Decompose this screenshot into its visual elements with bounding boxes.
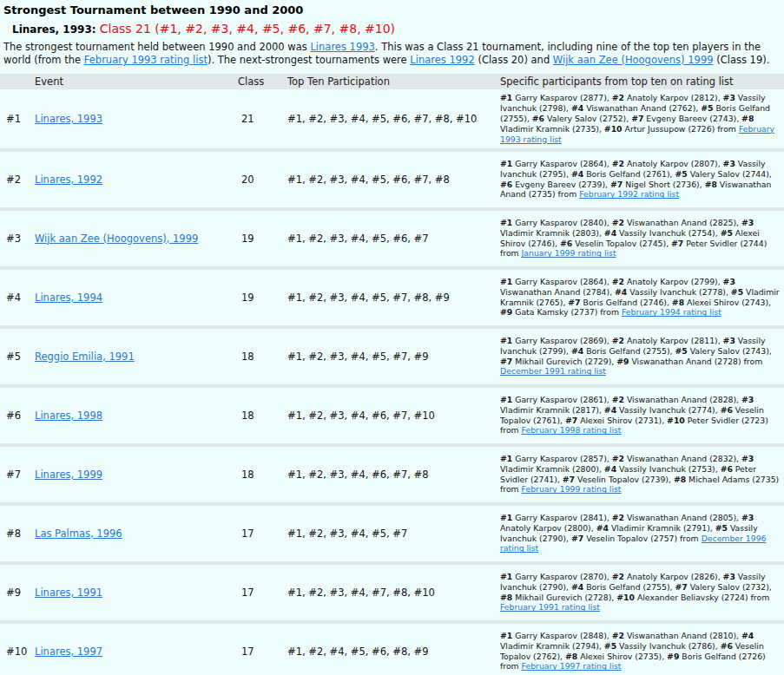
event-cell: Linares, 1994 bbox=[35, 268, 238, 327]
rank-cell: #10 bbox=[0, 622, 35, 675]
class-cell: 17 bbox=[238, 563, 287, 622]
rating-list-link[interactable]: December 1991 rating list bbox=[500, 366, 606, 376]
event-cell: Linares, 1997 bbox=[35, 622, 238, 675]
participation-cell: #1, #2, #3, #4, #5, #6, #7, #8 bbox=[287, 150, 500, 209]
intro-text: (Class 20) and bbox=[475, 54, 553, 66]
page-title: Strongest Tournament between 1990 and 20… bbox=[3, 3, 784, 16]
event-cell: Linares, 1992 bbox=[35, 150, 238, 209]
event-link[interactable]: Las Palmas, 1996 bbox=[35, 528, 122, 540]
rating-list-link[interactable]: February 1997 rating list bbox=[522, 661, 622, 671]
participation-cell: #1, #2, #3, #4, #6, #7, #10 bbox=[287, 386, 500, 445]
participants-cell: #1 Garry Kasparov (2841), #2 Viswanathan… bbox=[500, 504, 784, 563]
class-cell: 18 bbox=[238, 327, 287, 386]
header-specific-participants: Specific participants from top ten on ra… bbox=[500, 74, 784, 89]
table-row: #6 Linares, 1998 18 #1, #2, #3, #4, #6, … bbox=[0, 386, 784, 445]
intro-text: The strongest tournament held between 19… bbox=[3, 41, 310, 53]
rating-list-link[interactable]: February 1994 rating list bbox=[622, 307, 721, 317]
class-cell: 18 bbox=[238, 386, 287, 445]
intro-text: ). The next-strongest tournaments were bbox=[208, 54, 410, 66]
event-link[interactable]: Linares, 1998 bbox=[35, 410, 102, 422]
table-row: #3 Wijk aan Zee (Hoogovens), 1999 19 #1,… bbox=[0, 209, 784, 268]
table-row: #2 Linares, 1992 20 #1, #2, #3, #4, #5, … bbox=[0, 150, 784, 209]
class-cell: 17 bbox=[238, 622, 287, 675]
class-cell: 20 bbox=[238, 150, 287, 209]
participants-cell: #1 Garry Kasparov (2877), #2 Anatoly Kar… bbox=[500, 89, 784, 150]
event-link[interactable]: Linares, 1992 bbox=[35, 174, 102, 186]
rank-cell: #4 bbox=[0, 268, 35, 327]
participants-text: #1 Garry Kasparov (2870), #2 Anatoly Kar… bbox=[500, 572, 772, 602]
header-event: Event bbox=[35, 74, 238, 89]
header-rank bbox=[0, 74, 35, 89]
subtitle-event-name: Linares, 1993: bbox=[12, 23, 100, 36]
intro-paragraph: The strongest tournament held between 19… bbox=[3, 41, 781, 67]
class-cell: 17 bbox=[238, 504, 287, 563]
class-cell: 21 bbox=[238, 89, 287, 150]
rating-list-link[interactable]: February 1991 rating list bbox=[500, 602, 600, 612]
event-cell: Linares, 1991 bbox=[35, 563, 238, 622]
event-link[interactable]: Linares, 1999 bbox=[35, 469, 102, 481]
event-cell: Las Palmas, 1996 bbox=[35, 504, 238, 563]
rank-cell: #2 bbox=[0, 150, 35, 209]
participants-cell: #1 Garry Kasparov (2840), #2 Viswanathan… bbox=[500, 209, 784, 268]
page: Strongest Tournament between 1990 and 20… bbox=[0, 0, 784, 675]
rank-cell: #9 bbox=[0, 563, 35, 622]
event-cell: Linares, 1993 bbox=[35, 89, 238, 150]
table-row: #8 Las Palmas, 1996 17 #1, #2, #3, #4, #… bbox=[0, 504, 784, 563]
participants-cell: #1 Garry Kasparov (2870), #2 Anatoly Kar… bbox=[500, 563, 784, 622]
subtitle-class-annotation: Class 21 (#1, #2, #3, #4, #5, #6, #7, #8… bbox=[100, 22, 395, 36]
participants-text: #1 Garry Kasparov (2877), #2 Anatoly Kar… bbox=[500, 93, 770, 134]
rank-cell: #8 bbox=[0, 504, 35, 563]
rank-cell: #6 bbox=[0, 386, 35, 445]
event-link[interactable]: Linares, 1997 bbox=[35, 646, 102, 658]
table-row: #9 Linares, 1991 17 #1, #2, #3, #4, #7, … bbox=[0, 563, 784, 622]
rating-list-link[interactable]: February 1998 rating list bbox=[522, 425, 622, 435]
participation-cell: #1, #2, #4, #5, #6, #8, #9 bbox=[287, 622, 500, 675]
participation-cell: #1, #2, #3, #4, #5, #7, #8, #9 bbox=[287, 268, 500, 327]
participants-cell: #1 Garry Kasparov (2864), #2 Anatoly Kar… bbox=[500, 150, 784, 209]
rating-list-link[interactable]: January 1999 rating list bbox=[522, 248, 616, 258]
table-row: #5 Reggio Emilia, 1991 18 #1, #2, #3, #4… bbox=[0, 327, 784, 386]
intro-text: (Class 19). bbox=[714, 54, 770, 66]
intro-link-wijk-aan-zee-1999[interactable]: Wijk aan Zee (Hoogovens) 1999 bbox=[553, 54, 714, 66]
rank-cell: #3 bbox=[0, 209, 35, 268]
participation-cell: #1, #2, #3, #4, #6, #7, #8 bbox=[287, 445, 500, 504]
event-link[interactable]: Linares, 1994 bbox=[35, 292, 102, 304]
intro-link-linares-1993[interactable]: Linares 1993 bbox=[310, 41, 374, 53]
rank-cell: #7 bbox=[0, 445, 35, 504]
event-link[interactable]: Linares, 1993 bbox=[35, 113, 102, 125]
header-class: Class bbox=[238, 74, 287, 89]
header-participation: Top Ten Participation bbox=[287, 74, 500, 89]
tournament-table: Event Class Top Ten Participation Specif… bbox=[0, 74, 784, 675]
rank-cell: #5 bbox=[0, 327, 35, 386]
intro-link-february-1993-rating-list[interactable]: February 1993 rating list bbox=[84, 54, 208, 66]
table-row: #1 Linares, 1993 21 #1, #2, #3, #4, #5, … bbox=[0, 89, 784, 150]
class-cell: 19 bbox=[238, 209, 287, 268]
rating-list-link[interactable]: February 1999 rating list bbox=[522, 484, 622, 494]
event-link[interactable]: Linares, 1991 bbox=[35, 587, 102, 599]
class-cell: 19 bbox=[238, 268, 287, 327]
table-header-row: Event Class Top Ten Participation Specif… bbox=[0, 74, 784, 89]
participation-cell: #1, #2, #3, #4, #5, #7 bbox=[287, 504, 500, 563]
event-link[interactable]: Wijk aan Zee (Hoogovens), 1999 bbox=[35, 233, 198, 245]
participants-cell: #1 Garry Kasparov (2869), #2 Anatoly Kar… bbox=[500, 327, 784, 386]
class-cell: 18 bbox=[238, 445, 287, 504]
table-row: #7 Linares, 1999 18 #1, #2, #3, #4, #6, … bbox=[0, 445, 784, 504]
event-cell: Wijk aan Zee (Hoogovens), 1999 bbox=[35, 209, 238, 268]
rating-list-link[interactable]: February 1992 rating list bbox=[579, 189, 679, 199]
participation-cell: #1, #2, #3, #4, #5, #6, #7, #8, #10 bbox=[287, 89, 500, 150]
intro-link-linares-1992[interactable]: Linares 1992 bbox=[410, 54, 474, 66]
table-row: #4 Linares, 1994 19 #1, #2, #3, #4, #5, … bbox=[0, 268, 784, 327]
participation-cell: #1, #2, #3, #4, #7, #8, #10 bbox=[287, 563, 500, 622]
event-link[interactable]: Reggio Emilia, 1991 bbox=[35, 351, 135, 363]
participants-cell: #1 Garry Kasparov (2857), #2 Viswanathan… bbox=[500, 445, 784, 504]
participation-cell: #1, #2, #3, #4, #5, #6, #7 bbox=[287, 209, 500, 268]
participants-cell: #1 Garry Kasparov (2848), #2 Viswanathan… bbox=[500, 622, 784, 675]
event-cell: Linares, 1999 bbox=[35, 445, 238, 504]
table-row: #10 Linares, 1997 17 #1, #2, #4, #5, #6,… bbox=[0, 622, 784, 675]
page-subtitle: Linares, 1993: Class 21 (#1, #2, #3, #4,… bbox=[12, 20, 784, 36]
event-cell: Reggio Emilia, 1991 bbox=[35, 327, 238, 386]
participants-cell: #1 Garry Kasparov (2861), #2 Viswanathan… bbox=[500, 386, 784, 445]
rank-cell: #1 bbox=[0, 89, 35, 150]
participants-text: #1 Garry Kasparov (2869), #2 Anatoly Kar… bbox=[500, 336, 772, 366]
participation-cell: #1, #2, #3, #4, #5, #7, #9 bbox=[287, 327, 500, 386]
